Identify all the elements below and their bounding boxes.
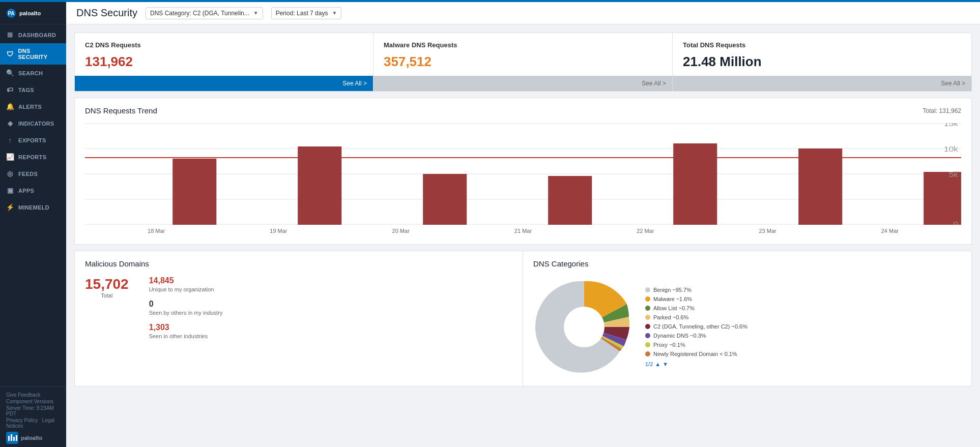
chart-label-4: 22 Mar — [637, 228, 654, 234]
malicious-seen-industries-item: 1,303 Seen in other industries — [149, 323, 512, 339]
sidebar-item-label: DASHBOARD — [18, 32, 56, 38]
sidebar-item-minemeld[interactable]: ⚡ MINEMELD — [0, 199, 66, 216]
server-time-label: Server Time: — [6, 405, 35, 411]
period-filter[interactable]: Period: Last 7 days ▼ — [271, 7, 342, 19]
exports-icon: ↑ — [6, 136, 14, 144]
malicious-unique-label: Unique to my organization — [149, 286, 512, 292]
sidebar-item-exports[interactable]: ↑ EXPORTS — [0, 132, 66, 148]
sidebar-item-dns-security[interactable]: 🛡 DNS SECURITY — [0, 43, 66, 65]
malware-card-value: 357,512 — [384, 54, 662, 70]
privacy-policy-link[interactable]: Privacy Policy — [6, 418, 38, 423]
svg-rect-4 — [11, 434, 12, 441]
period-filter-label: Period: Last 7 days — [276, 10, 328, 17]
sidebar-item-reports[interactable]: 📈 REPORTS — [0, 148, 66, 165]
sidebar-item-label: ALERTS — [18, 104, 42, 110]
dns-categories-card: DNS Categories — [523, 251, 972, 386]
c2-see-all-button[interactable]: See All > — [75, 76, 373, 91]
malware-card-title: Malware DNS Requests — [384, 41, 662, 49]
chart-label-1: 19 Mar — [270, 228, 287, 234]
chart-title: DNS Requests Trend — [85, 106, 157, 115]
svg-rect-13 — [172, 159, 216, 225]
malicious-total-label: Total — [85, 292, 129, 299]
paloalto-brand-icon — [6, 432, 18, 444]
pie-chart-legend: Benign ~95.7% Malware ~1.6% Allow List ~… — [645, 287, 961, 367]
sidebar-item-dashboard[interactable]: ⊞ DASHBOARD — [0, 26, 66, 43]
malicious-seen-others-value: 0 — [149, 300, 512, 309]
chart-total-label: Total: — [923, 107, 938, 114]
sidebar-item-apps[interactable]: ▣ APPS — [0, 182, 66, 199]
svg-rect-3 — [8, 436, 10, 441]
legend-nav-current: 1/2 — [645, 361, 653, 367]
svg-rect-19 — [924, 172, 961, 225]
chart-total: Total: 131,962 — [923, 107, 961, 114]
paloalto-brand-text: paloalto — [21, 435, 42, 441]
chart-label-0: 18 Mar — [148, 228, 165, 234]
sidebar-nav: ⊞ DASHBOARD 🛡 DNS SECURITY 🔍 SEARCH 🏷 TA… — [0, 24, 66, 386]
tags-icon: 🏷 — [6, 86, 14, 94]
legend-item-parked: Parked ~0.6% — [645, 314, 961, 320]
alerts-icon: 🔔 — [6, 103, 14, 110]
minemeld-icon: ⚡ — [6, 203, 14, 211]
dns-categories-title: DNS Categories — [533, 259, 961, 268]
legend-label-newly-registered: Newly Registered Domain < 0.1% — [653, 351, 737, 357]
legend-dot-allowlist — [645, 306, 650, 311]
total-card-value: 21.48 Million — [683, 54, 961, 70]
legend-label-dynamic-dns: Dynamic DNS ~0.3% — [653, 333, 706, 339]
legend-dot-dynamic-dns — [645, 333, 650, 338]
malicious-domains-content: 15,702 Total 14,845 Unique to my organiz… — [85, 276, 512, 346]
total-see-all-button[interactable]: See All > — [673, 76, 971, 91]
sidebar-item-label: FEEDS — [18, 171, 38, 177]
svg-rect-15 — [423, 174, 467, 225]
svg-rect-6 — [16, 435, 17, 441]
sidebar-item-label: MINEMELD — [18, 204, 49, 211]
sidebar-footer: Give Feedback Component Versions Server … — [0, 386, 66, 447]
sidebar-item-feeds[interactable]: ◎ FEEDS — [0, 165, 66, 182]
sidebar-logo: PA paloalto — [0, 2, 66, 24]
c2-dns-card: C2 DNS Requests 131,962 See All > — [74, 33, 373, 92]
trend-chart-section: DNS Requests Trend Total: 131,962 — [74, 98, 972, 245]
sidebar-item-label: TAGS — [18, 87, 34, 93]
feeds-icon: ◎ — [6, 170, 14, 177]
paloalto-brand: paloalto — [6, 432, 60, 444]
legend-dot-proxy — [645, 342, 650, 347]
legend-dot-c2 — [645, 324, 650, 329]
legend-nav-next[interactable]: ▼ — [662, 361, 668, 367]
legend-dot-parked — [645, 315, 650, 320]
sidebar-item-alerts[interactable]: 🔔 ALERTS — [0, 98, 66, 115]
sidebar-item-label: INDICATORS — [18, 121, 54, 127]
bottom-row: Malicious Domains 15,702 Total 14,845 Un… — [74, 251, 972, 386]
give-feedback-link[interactable]: Give Feedback — [6, 392, 40, 398]
sidebar-item-indicators[interactable]: ◈ INDICATORS — [0, 115, 66, 132]
sidebar-item-search[interactable]: 🔍 SEARCH — [0, 65, 66, 81]
chart-label-2: 20 Mar — [392, 228, 410, 234]
legend-label-benign: Benign ~95.7% — [653, 287, 691, 293]
legend-item-proxy: Proxy ~0.1% — [645, 342, 961, 348]
malware-see-all-button[interactable]: See All > — [373, 76, 672, 91]
sidebar-item-label: DNS SECURITY — [18, 48, 60, 60]
svg-text:PA: PA — [8, 11, 14, 16]
sidebar: PA paloalto ⊞ DASHBOARD 🛡 DNS SECURITY 🔍… — [0, 2, 66, 447]
legend-label-malware: Malware ~1.6% — [653, 296, 692, 302]
sidebar-item-tags[interactable]: 🏷 TAGS — [0, 81, 66, 98]
malicious-domains-card: Malicious Domains 15,702 Total 14,845 Un… — [74, 251, 523, 386]
legend-dot-newly-registered — [645, 351, 650, 356]
period-filter-chevron: ▼ — [332, 10, 337, 16]
page-title: DNS Security — [76, 7, 137, 19]
category-filter[interactable]: DNS Category: C2 (DGA, Tunnelin... ▼ — [146, 7, 263, 19]
legend-nav-prev[interactable]: ▲ — [655, 361, 660, 367]
legend-label-allowlist: Allow List ~0.7% — [653, 305, 695, 311]
svg-rect-14 — [298, 146, 341, 225]
bar-chart: 15k 10k 5k 0 — [85, 123, 961, 225]
legend-label-proxy: Proxy ~0.1% — [653, 342, 685, 348]
chart-label-6: 24 Mar — [881, 228, 899, 234]
main-content: DNS Security DNS Category: C2 (DGA, Tunn… — [66, 2, 980, 447]
chart-header: DNS Requests Trend Total: 131,962 — [85, 106, 961, 115]
legend-item-newly-registered: Newly Registered Domain < 0.1% — [645, 351, 961, 357]
sidebar-item-label: EXPORTS — [18, 137, 46, 143]
malicious-unique-item: 14,845 Unique to my organization — [149, 276, 512, 292]
malicious-total: 15,702 Total — [85, 276, 129, 299]
legend-item-dynamic-dns: Dynamic DNS ~0.3% — [645, 333, 961, 339]
malicious-seen-industries-label: Seen in other industries — [149, 333, 512, 339]
malicious-total-value: 15,702 — [85, 276, 129, 292]
component-versions-link[interactable]: Component Versions — [6, 399, 53, 404]
